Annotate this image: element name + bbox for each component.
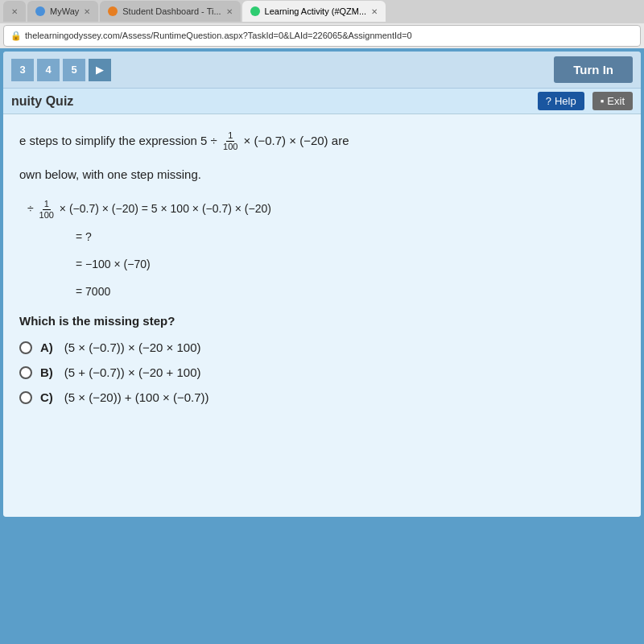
question-intro: e steps to simplify the expression 5 ÷ 1…	[19, 130, 625, 152]
tab-student-dashboard[interactable]: Student Dashboard - Ti... ✕	[100, 1, 240, 22]
option-b[interactable]: B) (5 + (−0.7)) × (−20 + 100)	[19, 365, 625, 379]
tab-close-icon-1[interactable]: ✕	[11, 7, 18, 16]
tab-myway[interactable]: MyWay ✕	[27, 1, 98, 22]
option-b-text: (5 + (−0.7)) × (−20 + 100)	[64, 365, 201, 379]
nav-btn-4[interactable]: 4	[37, 59, 60, 81]
tab-bar: ✕ MyWay ✕ Student Dashboard - Ti... ✕ Le…	[0, 0, 644, 23]
quiz-header: nuity Quiz ? Help ▪ Exit	[3, 89, 641, 114]
option-b-label: B)	[40, 365, 53, 379]
address-bar[interactable]: 🔒 thelearningodyssey.com/Assess/RuntimeQ…	[3, 25, 641, 47]
option-a-text: (5 × (−0.7)) × (−20 × 100)	[64, 341, 201, 354]
option-c-text: (5 × (−20)) + (100 × (−0.7))	[64, 390, 209, 404]
option-c-label: C)	[40, 390, 53, 404]
exit-icon: ▪	[601, 95, 605, 107]
question-shown-below: own below, with one step missing.	[19, 165, 625, 184]
help-button[interactable]: ? Help	[538, 92, 584, 110]
myway-icon	[35, 6, 45, 16]
option-a[interactable]: A) (5 × (−0.7)) × (−20 × 100)	[19, 341, 625, 354]
shown-below-text: own below, with one step missing.	[19, 167, 201, 181]
toolbar-left: 3 4 5 ▶	[11, 59, 111, 81]
question-content: e steps to simplify the expression 5 ÷ 1…	[3, 114, 641, 517]
tab-myway-close[interactable]: ✕	[84, 7, 90, 16]
radio-b[interactable]	[19, 366, 32, 379]
lock-icon: 🔒	[10, 31, 22, 41]
step-line-3: = −100 × (−70)	[76, 253, 625, 275]
question-intro-text: e steps to simplify the expression	[19, 134, 200, 147]
nav-btn-5[interactable]: 5	[63, 59, 85, 81]
toolbar: 3 4 5 ▶ Turn In	[3, 52, 641, 89]
tab-learning-close[interactable]: ✕	[371, 7, 378, 16]
quiz-title: nuity Quiz	[11, 94, 73, 109]
tab-close-1[interactable]: ✕	[3, 1, 26, 22]
tab-learning-activity-label: Learning Activity (#QZM...	[265, 6, 367, 16]
help-icon: ?	[546, 95, 551, 107]
turn-in-button[interactable]: Turn In	[554, 56, 633, 83]
step-line-2: = ?	[76, 225, 625, 248]
browser-chrome: ✕ MyWay ✕ Student Dashboard - Ti... ✕ Le…	[0, 0, 644, 48]
exit-button[interactable]: ▪ Exit	[592, 92, 633, 110]
missing-step-label: Which is the missing step?	[19, 314, 625, 328]
option-a-label: A)	[40, 341, 53, 354]
math-steps: ÷ 1100 × (−0.7) × (−20) = 5 × 100 × (−0.…	[27, 197, 625, 303]
help-label: Help	[555, 95, 576, 107]
tab-student-close[interactable]: ✕	[226, 7, 233, 16]
exit-label: Exit	[607, 95, 625, 107]
step-line-1: ÷ 1100 × (−0.7) × (−20) = 5 × 100 × (−0.…	[27, 197, 625, 221]
main-content: 3 4 5 ▶ Turn In nuity Quiz ? Help ▪ Exit…	[3, 52, 641, 517]
tab-learning-activity[interactable]: Learning Activity (#QZM... ✕	[242, 1, 386, 22]
learning-activity-icon	[250, 6, 260, 16]
tab-myway-label: MyWay	[50, 6, 79, 16]
radio-c[interactable]	[19, 391, 32, 404]
step-line-4: = 7000	[76, 280, 625, 303]
option-c[interactable]: C) (5 × (−20)) + (100 × (−0.7))	[19, 390, 625, 404]
expression-header: 5 ÷ 1100 × (−0.7) × (−20)	[200, 134, 332, 147]
answer-options: A) (5 × (−0.7)) × (−20 × 100) B) (5 + (−…	[19, 341, 625, 404]
play-button[interactable]: ▶	[89, 59, 111, 81]
address-text: thelearningodyssey.com/Assess/RuntimeQue…	[25, 31, 412, 40]
expression-suffix: are	[332, 134, 349, 147]
nav-btn-3[interactable]: 3	[11, 59, 34, 81]
quiz-header-right: ? Help ▪ Exit	[538, 92, 633, 110]
tab-student-dashboard-label: Student Dashboard - Ti...	[122, 6, 221, 16]
radio-a[interactable]	[19, 341, 32, 354]
student-dashboard-icon	[108, 6, 118, 16]
